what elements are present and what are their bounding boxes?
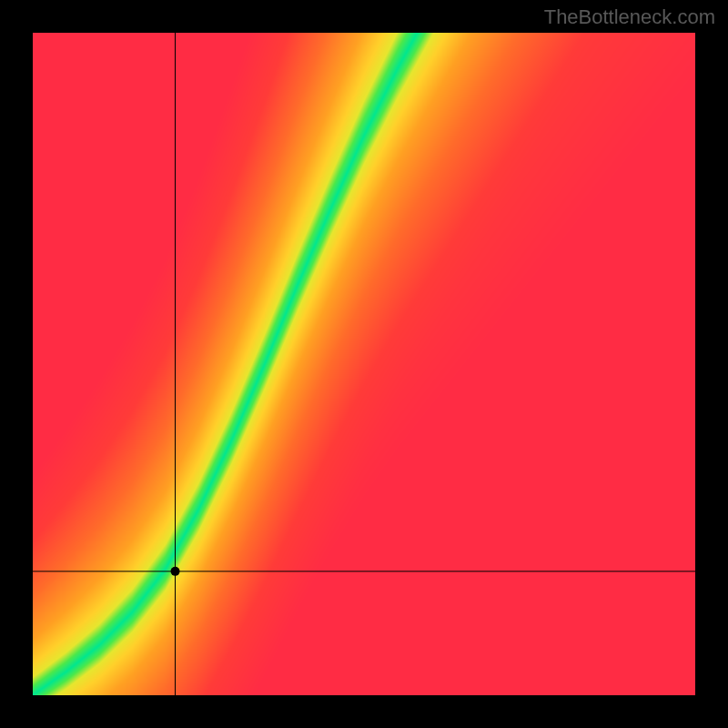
bottleneck-heatmap [0,0,728,728]
watermark: TheBottleneck.com [544,5,715,29]
chart-container: TheBottleneck.com [0,0,728,728]
